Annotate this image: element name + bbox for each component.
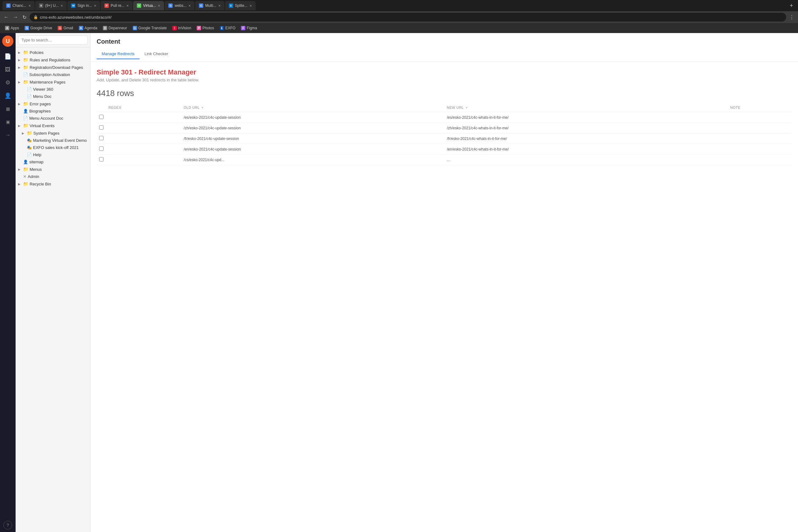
bookmark-invision[interactable]: I InVision: [170, 25, 194, 31]
expand-arrow: ▶: [18, 66, 22, 69]
row-checkbox-cell[interactable]: [97, 133, 106, 144]
folder-icon: 📁: [27, 131, 32, 136]
col-regex: REGEX: [106, 103, 181, 112]
browser-tab-t2[interactable]: 9 (9+) U... ✕: [35, 1, 67, 10]
bookmark-figma[interactable]: F Figma: [239, 25, 259, 31]
browser-tab-t4[interactable]: P Pull re... ✕: [101, 1, 132, 10]
row-new-url-cell: /es/esko-2021/c4c-whats-in-it-for-me/: [444, 112, 728, 123]
tree-panel: ▶📁Policies▶📁Rules and Regulations▶📁Regis…: [16, 33, 90, 532]
media-nav-icon[interactable]: 🖼: [2, 63, 14, 75]
row-checkbox-cell[interactable]: [97, 123, 106, 133]
col-new-url[interactable]: NEW URL ▼: [444, 103, 728, 112]
new-tab-button[interactable]: +: [787, 1, 796, 10]
lock-icon: 🔒: [33, 15, 38, 19]
tree-item-exfosales[interactable]: 🎭EXFO sales kick-off 2021: [16, 144, 90, 151]
forward-button[interactable]: →: [12, 13, 19, 21]
row-old-url-cell: /fr/esko-2021/c4c-update-session: [181, 133, 444, 144]
content-nav-icon[interactable]: 📄: [2, 51, 14, 62]
row-checkbox-cell[interactable]: [97, 155, 106, 165]
tree-item-reg-download[interactable]: ▶📁Registration/Download Pages: [16, 63, 90, 71]
tree-item-systempages[interactable]: ▶📁System Pages: [16, 129, 90, 137]
folder-icon: 📁: [23, 65, 28, 70]
virtual-icon: 🎭: [27, 138, 32, 143]
members-nav-icon[interactable]: 👤: [2, 90, 14, 101]
tree-search-input[interactable]: [18, 36, 88, 44]
tree-item-admin[interactable]: ✕Admin: [16, 173, 90, 180]
back-button[interactable]: ←: [2, 13, 10, 21]
bookmark-depanneur[interactable]: D Depanneur: [100, 25, 129, 31]
refresh-button[interactable]: ↻: [21, 13, 28, 21]
row-checkbox-cell[interactable]: [97, 112, 106, 123]
tree-item-help[interactable]: 📄Help•••: [16, 151, 90, 158]
bookmarks-bar: A Apps G Google Drive G Gmail A Agenda D…: [0, 23, 798, 33]
address-bar[interactable]: 🔒 cms-exfo.azurewebsites.net/umbraco/#/: [30, 13, 786, 21]
umbraco-sidebar: U 📄 🖼 ⚙ 👤 ▦ ▣ → ?: [0, 33, 16, 532]
tree-item-viewer360[interactable]: 📄Viewer 360: [16, 86, 90, 93]
tab-bar: C Chanc... ✕ 9 (9+) U... ✕ M Sign in... …: [0, 0, 798, 11]
content-title: Content: [97, 38, 792, 45]
user-icon: 👤: [23, 109, 28, 113]
tree-item-menudoc[interactable]: 📄Menu Doc: [16, 93, 90, 100]
redirect-table-body: /es/esko-2021/c4c-update-session /es/esk…: [97, 112, 792, 165]
tree-item-label: Viewer 360: [33, 87, 88, 92]
row-new-url-cell: /zh/esko-2021/c4c-whats-in-it-for-me/: [444, 123, 728, 133]
tree-item-subscription[interactable]: 📄Subscription Activation: [16, 71, 90, 78]
bookmark-exfo[interactable]: E EXFO: [217, 25, 238, 31]
browser-tab-t1[interactable]: C Chanc... ✕: [2, 1, 35, 10]
tree-item-sitemap[interactable]: 👤sitemap: [16, 158, 90, 166]
redirect-nav-icon[interactable]: →: [2, 129, 14, 141]
row-notes-cell: [727, 112, 792, 123]
tree-item-rules[interactable]: ▶📁Rules and Regulations: [16, 56, 90, 63]
row-checkbox[interactable]: [99, 157, 103, 162]
table-row: /zh/esko-2021/c4c-update-session /zh/esk…: [97, 123, 792, 133]
bookmark-google-drive[interactable]: G Google Drive: [22, 25, 55, 31]
row-checkbox[interactable]: [99, 125, 103, 130]
expand-arrow: ▶: [18, 102, 22, 106]
folder-icon: 📁: [23, 57, 28, 62]
bookmark-agenda[interactable]: A Agenda: [76, 25, 100, 31]
bookmark-google-translate[interactable]: G Google Translate: [130, 25, 169, 31]
tree-item-policies[interactable]: ▶📁Policies: [16, 49, 90, 56]
settings-nav-icon[interactable]: ⚙: [2, 77, 14, 89]
tree-item-label: sitemap: [29, 159, 88, 164]
tree-item-menuaccountdoc[interactable]: 📄Menu Account Doc: [16, 115, 90, 122]
row-checkbox[interactable]: [99, 115, 103, 119]
help-nav-icon[interactable]: ?: [3, 521, 12, 530]
user-icon: 👤: [23, 159, 28, 164]
packages-nav-icon[interactable]: ▣: [2, 116, 14, 128]
tree-item-marketingvirtual[interactable]: 🎭Marketing Virtual Event Demo: [16, 137, 90, 144]
tab-manage-redirects[interactable]: Manage Redirects: [97, 49, 140, 59]
expand-arrow: ▶: [18, 51, 22, 54]
col-old-url[interactable]: OLD URL ▼: [181, 103, 444, 112]
tree-item-label: Help: [33, 152, 88, 157]
tree-item-virtualevents[interactable]: ▶📁Virtual Events: [16, 122, 90, 129]
browser-tab-t3[interactable]: M Sign in... ✕: [67, 1, 100, 10]
table-row: /cs/esko-2021/c4c-upd... ...: [97, 155, 792, 165]
bookmark-apps[interactable]: A Apps: [2, 25, 21, 31]
row-regex-cell: [106, 123, 181, 133]
bookmark-gmail[interactable]: G Gmail: [55, 25, 75, 31]
tree-item-errorpages[interactable]: ▶📁Error pages: [16, 100, 90, 108]
umbraco-logo[interactable]: U: [2, 36, 14, 47]
row-checkbox[interactable]: [99, 136, 103, 140]
expand-arrow: ▶: [18, 58, 22, 62]
tree-item-maintenance[interactable]: ▶📁Maintenance Pages: [16, 78, 90, 86]
forms-nav-icon[interactable]: ▦: [2, 103, 14, 115]
row-checkbox[interactable]: [99, 147, 103, 151]
table-row: /es/esko-2021/c4c-update-session /es/esk…: [97, 112, 792, 123]
extensions-button[interactable]: ⋮: [788, 13, 796, 21]
browser-tab-t6[interactable]: G webs... ✕: [165, 1, 194, 10]
bookmark-photos[interactable]: P Photos: [194, 25, 216, 31]
row-checkbox-cell[interactable]: [97, 144, 106, 155]
nav-bar: ← → ↻ 🔒 cms-exfo.azurewebsites.net/umbra…: [0, 11, 798, 23]
doc-icon: 📄: [27, 87, 32, 92]
browser-tab-t5[interactable]: V Virtua... ✕: [133, 1, 164, 10]
tree-item-recyclebin[interactable]: ▶📁Recycle Bin: [16, 180, 90, 188]
tree-item-biographies[interactable]: 👤Biographies: [16, 108, 90, 115]
tab-link-checker[interactable]: Link Checker: [140, 49, 173, 59]
folder-icon: 📁: [23, 182, 28, 186]
tree-item-menus[interactable]: ▶📁Menus: [16, 166, 90, 173]
tree-item-label: Admin: [28, 174, 88, 179]
browser-tab-t8[interactable]: S Splite... ✕: [225, 1, 255, 10]
browser-tab-t7[interactable]: G Multi... ✕: [195, 1, 224, 10]
